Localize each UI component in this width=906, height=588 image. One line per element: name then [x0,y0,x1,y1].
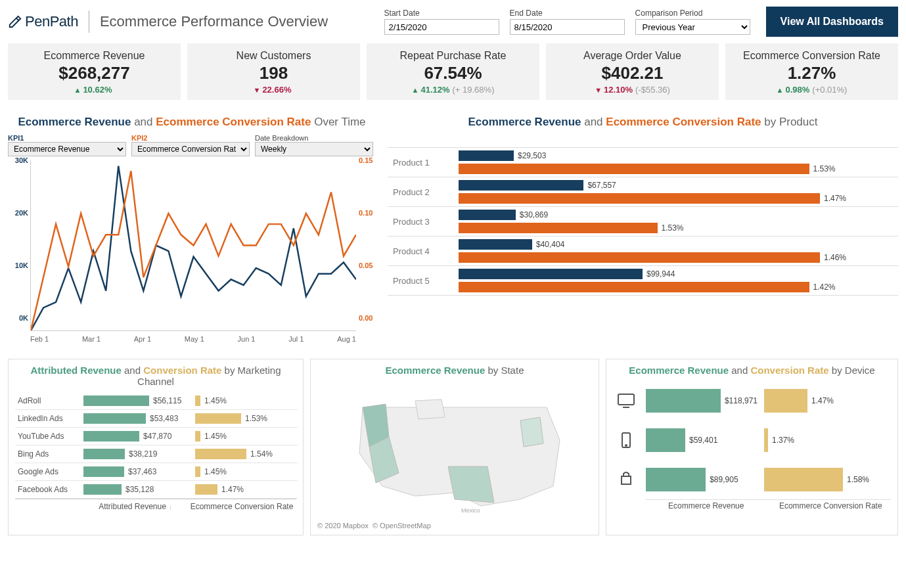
y-right-tick: 0.15 [359,156,377,164]
product-rev-bar [459,269,643,279]
date-breakdown-select[interactable]: Weekly [255,142,373,156]
device-title: Ecommerce Revenue and Conversion Rate by… [613,365,891,376]
channel-rev-bar [83,413,146,424]
channel-conv-label: 1.45% [204,396,227,405]
kpi-row: Ecommerce Revenue $268,277 10.62% New Cu… [8,43,898,100]
date-breakdown-col: Date Breakdown Weekly [255,134,373,156]
channel-title-mid: and [122,365,143,376]
product-panel: Ecommerce Revenue and Ecommerce Conversi… [388,116,898,343]
channel-name: Google Ads [15,463,81,481]
product-row: Product 2 $67,557 1.47% [388,177,898,206]
map-attr-a: © 2020 Mapbox [317,522,369,530]
channel-rev-bar [83,449,125,459]
channel-rev-bar [83,396,149,406]
y-left-tick: 20K [9,209,28,217]
map-attr-b: © OpenStreetMap [373,522,431,530]
kpi1-label: KPI1 [8,134,126,142]
product-rev-label: $99,944 [646,269,675,279]
kpi-label: Ecommerce Conversion Rate [729,50,894,62]
product-title-suffix: by Product [761,116,818,128]
product-bars: $67,557 1.47% [459,180,898,204]
kpi-label: New Customers [191,50,356,62]
channel-footer-rev[interactable]: Attributed Revenue [82,502,189,511]
device-row: $89,905 1.58% [613,460,891,499]
channel-rev-bar [83,466,124,477]
product-row: Product 3 $30,869 1.53% [388,206,898,236]
channel-rev-cell: $37,463 [81,463,193,481]
kpi-value: 1.27% [729,63,894,83]
channel-rev-label: $56,115 [153,396,181,405]
product-title-mid: and [581,116,606,128]
kpi2-select[interactable]: Ecommerce Conversion Rate [131,142,250,156]
x-tick: May 1 [185,335,204,343]
product-conv-bar [459,252,820,263]
device-title-suffix: by Device [829,365,875,376]
device-conv-label: 1.47% [811,396,834,405]
channel-rev-cell: $38,219 [81,445,193,463]
channel-rev-cell: $53,483 [81,410,193,428]
view-all-dashboards-button[interactable]: View All Dashboards [766,7,898,37]
overtime-x-labels: Feb 1Mar 1Apr 1May 1Jun 1Jul 1Aug 1 [30,335,356,343]
channel-conv-cell: 1.45% [193,428,298,445]
kpi-delta: 41.12%(+ 19.68%) [371,85,535,95]
channel-rev-bar [83,484,122,495]
channel-conv-label: 1.45% [204,432,227,441]
overtime-title-mid: and [131,116,156,128]
y-left-tick: 30K [9,156,28,164]
device-rev-bar [646,428,685,452]
product-rev-bar [459,180,583,191]
device-row: $59,401 1.37% [613,420,891,460]
device-title-mid: and [729,365,750,376]
channel-conv-cell: 1.45% [193,463,298,481]
y-left-tick: 10K [9,261,28,269]
product-conv-bar [459,193,820,204]
kpi-card-2: Repeat Purchase Rate 67.54% 41.12%(+ 19.… [367,43,539,100]
channel-conv-bar [195,431,200,441]
channel-conv-label: 1.53% [245,414,267,423]
product-bars: $99,944 1.42% [459,269,898,292]
channel-name: LinkedIn Ads [15,410,81,428]
channel-title-a: Attributed Revenue [31,365,122,376]
kpi-delta: 0.98%(+0.01%) [729,85,894,95]
comparison-group: Comparison Period Previous Year [635,9,750,35]
us-map[interactable]: Mexico [317,381,592,519]
x-tick: Feb 1 [30,335,49,343]
channel-conv-cell: 1.45% [193,392,298,410]
channel-conv-cell: 1.53% [193,410,298,428]
channel-conv-bar [195,466,200,477]
start-date-input[interactable] [384,19,499,35]
device-rev-label: $59,401 [689,436,717,445]
desktop-icon [613,388,639,414]
product-conv-bar [459,282,809,292]
mobile-icon [613,427,639,453]
comparison-select[interactable]: Previous Year [635,19,750,35]
channel-conv-label: 1.45% [204,467,227,476]
product-title-a: Ecommerce Revenue [468,116,581,128]
device-rows: $118,971 1.47% $59,401 1.37% $89,905 1.5… [613,381,891,499]
overtime-dropdowns: KPI1 Ecommerce Revenue KPI2 Ecommerce Co… [8,134,376,156]
kpi-value: $402.21 [550,63,715,83]
channel-title-b: Conversion Rate [143,365,221,376]
start-date-group: Start Date [384,9,499,35]
channel-rev-cell: $47,870 [81,428,193,445]
channel-rev-cell: $56,115 [81,392,193,410]
other-icon [613,466,639,493]
channel-rev-label: $38,219 [129,449,157,459]
kpi-label: Average Order Value [550,50,715,62]
channel-rev-label: $53,483 [150,414,178,423]
end-date-input[interactable] [510,19,625,35]
kpi-label: Repeat Purchase Rate [371,50,535,62]
x-tick: Apr 1 [134,335,151,343]
product-conv-bar [459,164,809,174]
device-title-a: Ecommerce Revenue [629,365,729,376]
date-breakdown-label: Date Breakdown [255,134,373,142]
channel-conv-cell: 1.54% [193,445,298,463]
product-title: Ecommerce Revenue and Ecommerce Conversi… [388,116,898,129]
channel-conv-label: 1.54% [250,449,273,459]
product-label: Product 1 [388,158,453,168]
channel-footer-conv[interactable]: Ecommerce Conversion Rate [189,502,295,511]
y-right-tick: 0.10 [359,209,377,217]
device-conv-bar [764,389,807,413]
kpi1-select[interactable]: Ecommerce Revenue [8,142,126,156]
kpi-card-4: Ecommerce Conversion Rate 1.27% 0.98%(+0… [725,43,898,100]
